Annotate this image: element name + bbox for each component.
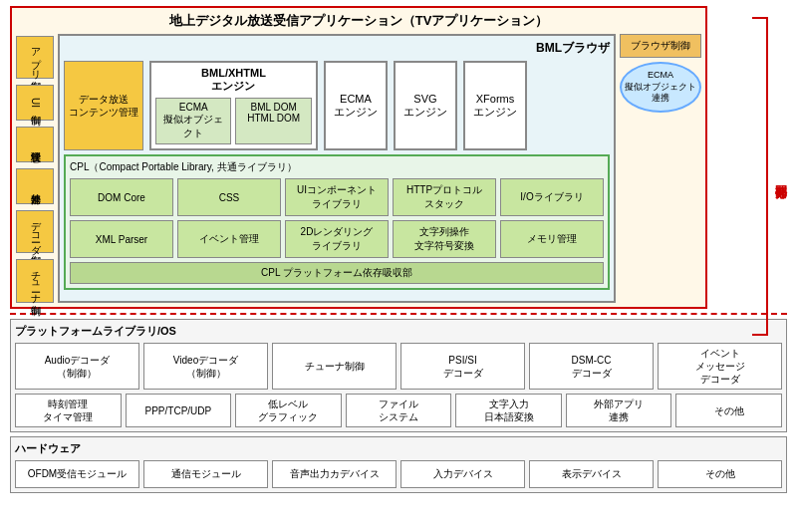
cpl-xml-parser: XML Parser xyxy=(70,220,173,258)
platform-row-1: Audioデコーダ（制御） Videoデコーダ（制御） チューナ制御 PSI/S… xyxy=(15,343,782,390)
platform-grid: Audioデコーダ（制御） Videoデコーダ（制御） チューナ制御 PSI/S… xyxy=(15,343,782,427)
hardware-section: ハードウェア OFDM受信モジュール 通信モジュール 音声出力カデバイス 入力デ… xyxy=(10,436,787,493)
platform-ext-app: 外部アプリ連携 xyxy=(566,394,672,427)
platform-event-msg: イベントメッセージデコーダ xyxy=(658,343,782,390)
bml-right: ブラウザ制御 ECMA擬似オブジェクト連携 xyxy=(620,34,701,303)
platform-title: プラットフォームライブラリ/OS xyxy=(15,324,782,339)
platform-file-sys: ファイルシステム xyxy=(346,394,452,427)
annotation-bracket: 今回開発部分 xyxy=(752,8,789,345)
cpl-string-ops: 文字列操作文字符号変換 xyxy=(393,220,496,258)
svg-engine: SVGエンジン xyxy=(394,61,457,150)
cpl-memory-mgmt: メモリ管理 xyxy=(500,220,604,258)
dotted-separator xyxy=(10,313,787,315)
hw-comm-module: 通信モジュール xyxy=(143,460,268,488)
cpl-http: HTTPプロトコルスタック xyxy=(393,178,496,216)
hardware-title: ハードウェア xyxy=(15,441,782,456)
label-state-mgmt: 状態管理 xyxy=(16,127,54,162)
platform-section: プラットフォームライブラリ/OS Audioデコーダ（制御） Videoデコーダ… xyxy=(10,319,787,432)
hw-display: 表示デバイス xyxy=(529,460,654,488)
platform-psi-si: PSI/SIデコーダ xyxy=(400,343,525,390)
hw-audio-out: 音声出力カデバイス xyxy=(272,460,397,488)
left-labels: アプリ制御 UI制御 状態管理 外部連携 デコーダ制御 チューナ制御 xyxy=(16,34,54,303)
platform-video-decoder: Videoデコーダ（制御） xyxy=(143,343,268,390)
hw-row: OFDM受信モジュール 通信モジュール 音声出力カデバイス 入力デバイス 表示デ… xyxy=(15,460,782,488)
tv-app-container: 地上デジタル放送受信アプリケーション（TVアプリケーション） アプリ制御 UI制… xyxy=(10,6,707,309)
hw-ofdm: OFDM受信モジュール xyxy=(15,460,139,488)
cpl-dom-core: DOM Core xyxy=(70,178,173,216)
ecma-connect: ECMA擬似オブジェクト連携 xyxy=(620,62,701,113)
cpl-row-2: XML Parser イベント管理 2Dレンダリングライブラリ 文字列操作文字符… xyxy=(70,220,604,258)
cpl-io: I/Oライブラリ xyxy=(500,178,604,216)
data-broadcast: データ放送コンテンツ管理 xyxy=(64,61,143,150)
platform-ppp-tcp: PPP/TCP/UDP xyxy=(126,394,232,427)
hw-other: その他 xyxy=(658,460,782,488)
engine-group: ECMAエンジン SVGエンジン XFormsエンジン xyxy=(324,61,527,150)
cpl-rows: DOM Core CSS UIコンポーネントライブラリ HTTPプロトコルスタッ… xyxy=(70,178,604,258)
bml-dom-html-dom: BML DOMHTML DOM xyxy=(235,98,311,144)
label-external-link: 外部連携 xyxy=(16,168,54,204)
platform-other: その他 xyxy=(675,394,782,427)
cpl-section: CPL（Compact Portable Library, 共通ライブラリ） D… xyxy=(64,154,610,290)
cpl-title: CPL（Compact Portable Library, 共通ライブラリ） xyxy=(70,160,604,174)
platform-low-gfx: 低レベルグラフィック xyxy=(235,394,342,427)
cpl-event-mgmt: イベント管理 xyxy=(177,220,281,258)
tv-app-title: 地上デジタル放送受信アプリケーション（TVアプリケーション） xyxy=(16,12,701,30)
browser-control: ブラウザ制御 xyxy=(620,34,701,58)
hw-input-device: 入力デバイス xyxy=(400,460,525,488)
cpl-platform: CPL プラットフォーム依存吸収部 xyxy=(70,262,604,284)
bracket-shape xyxy=(752,17,768,336)
ecma-engine: ECMAエンジン xyxy=(324,61,388,150)
platform-dsm-cc: DSM-CCデコーダ xyxy=(529,343,654,390)
platform-char-input: 文字入力日本語変換 xyxy=(455,394,562,427)
bml-xhtml-title: BML/XHTMLエンジン xyxy=(155,67,312,94)
cpl-row-1: DOM Core CSS UIコンポーネントライブラリ HTTPプロトコルスタッ… xyxy=(70,178,604,216)
ecma-pseudo-obj: ECMA擬似オブジェクト xyxy=(155,98,231,144)
platform-audio-decoder: Audioデコーダ（制御） xyxy=(15,343,139,390)
cpl-css: CSS xyxy=(177,178,281,216)
bml-xhtml-engine: BML/XHTMLエンジン ECMA擬似オブジェクト BML DOMHTML D… xyxy=(149,61,318,150)
cpl-2d-render: 2Dレンダリングライブラリ xyxy=(285,220,389,258)
label-tuner-control: チューナ制御 xyxy=(16,259,54,303)
xforms-engine: XFormsエンジン xyxy=(463,61,527,150)
label-decoder-control: デコーダ制御 xyxy=(16,210,54,253)
bml-browser-title: BMLブラウザ xyxy=(64,40,610,57)
platform-tuner-ctrl: チューナ制御 xyxy=(272,343,397,390)
label-ui-control: UI制御 xyxy=(16,85,54,121)
label-app-control: アプリ制御 xyxy=(16,36,54,79)
bml-browser: BMLブラウザ データ放送コンテンツ管理 BML/XHTMLエンジン ECMA擬… xyxy=(58,34,616,303)
platform-row-2: 時刻管理タイマ管理 PPP/TCP/UDP 低レベルグラフィック ファイルシステ… xyxy=(15,394,782,427)
cpl-ui-component: UIコンポーネントライブラリ xyxy=(285,178,389,216)
platform-time-mgmt: 時刻管理タイマ管理 xyxy=(15,394,122,427)
